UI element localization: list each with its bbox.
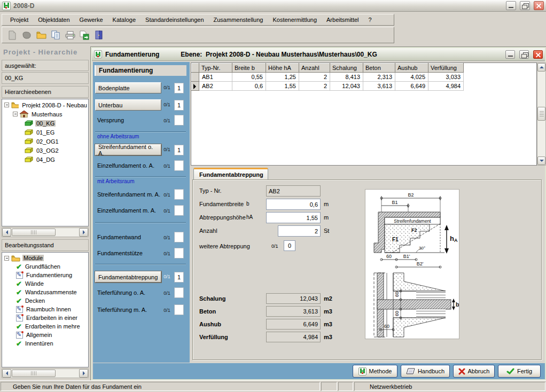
status-network: Netzwerkbetrieb — [370, 383, 412, 390]
module-item[interactable]: Erdarbeiten in einer — [2, 313, 88, 322]
nav-streifenfundament-oa[interactable]: Streifenfundament o. A. — [95, 144, 161, 155]
module-item[interactable]: Decken — [2, 296, 88, 305]
nav-count-streifenfundament-ma[interactable] — [174, 189, 184, 200]
nav-fundamentstuetze[interactable]: Fundamentstütze — [97, 250, 143, 256]
nav-count-unterbau[interactable]: 1 — [174, 100, 184, 111]
menu-objektdaten[interactable]: Objektdaten — [33, 15, 74, 25]
close-button[interactable] — [534, 1, 544, 10]
open-document-icon[interactable] — [21, 29, 33, 41]
menu-gewerke[interactable]: Gewerke — [75, 15, 108, 25]
nav-count-fundamentwand[interactable] — [174, 232, 184, 242]
nav-fundamentwand[interactable]: Fundamentwand — [97, 234, 141, 240]
module-restore-button[interactable] — [519, 50, 529, 59]
nav-unterbau[interactable]: Unterbau — [95, 99, 161, 111]
tree-node-module[interactable]: Module — [2, 254, 88, 262]
module-item[interactable]: Raumbuch Innen — [2, 305, 88, 313]
col-hoehe[interactable]: Höhe hA — [266, 64, 299, 73]
scroll-left-button[interactable] — [2, 228, 11, 237]
menu-kostenermittlung[interactable]: Kostenermittlung — [268, 15, 322, 25]
nav-einzelfundament-ma[interactable]: Einzelfundament m. A. — [97, 207, 156, 214]
module-item[interactable]: Wandzusammenste — [2, 288, 88, 296]
table-row-selected[interactable]: AB2 0,6 1,55 2 12,043 3,613 6,649 4,984 — [192, 82, 464, 91]
nav-count-fundamentabtreppung[interactable]: 1 — [174, 272, 184, 283]
exit-door-icon[interactable] — [93, 29, 105, 41]
module-close-button[interactable] — [533, 50, 543, 59]
weitere-input[interactable]: 0 — [284, 240, 295, 251]
nav-versprung[interactable]: Versprung — [97, 117, 124, 123]
anzahl-input[interactable]: 2 — [278, 225, 321, 237]
module-item[interactable]: Wände — [2, 279, 88, 288]
folder-icon — [11, 101, 19, 108]
collapse-icon[interactable] — [13, 112, 18, 116]
nav-streifenfundament-ma[interactable]: Streifenfundament m. A. — [97, 191, 160, 198]
col-aushub[interactable]: Aushub — [395, 64, 428, 73]
collapse-icon[interactable] — [4, 256, 9, 261]
tree-node-project[interactable]: Projekt 2008-D - Neubau — [2, 100, 88, 109]
open-folder-icon[interactable] — [35, 29, 47, 41]
scroll-right-button[interactable] — [79, 369, 88, 378]
col-beton[interactable]: Beton — [363, 64, 395, 73]
col-typ-nr[interactable]: Typ-Nr. — [199, 64, 232, 73]
tree-node-building[interactable]: Musterhaus — [2, 109, 88, 119]
tree-node-storey[interactable]: 01_EG — [2, 128, 88, 137]
module-minimize-button[interactable] — [505, 50, 515, 59]
tree-node-storey[interactable]: 02_OG1 — [2, 137, 88, 146]
nav-tieferfuehrung-oa[interactable]: Tieferführung o. A. — [97, 289, 145, 296]
module-item[interactable]: Innentüren — [2, 339, 88, 348]
menu-help[interactable]: ? — [364, 15, 377, 25]
minimize-button[interactable] — [506, 1, 516, 10]
module-item[interactable]: Fundamentierung — [2, 271, 88, 279]
tree-node-storey[interactable]: 03_OG2 — [2, 146, 88, 155]
nav-count-einzelfundament-ma[interactable] — [174, 205, 184, 216]
tree-node-storey[interactable]: 04_DG — [2, 155, 88, 164]
scroll-thumb[interactable] — [537, 107, 545, 121]
nav-count-streifenfundament-oa[interactable]: 1 — [174, 145, 184, 155]
cell: 2,313 — [363, 73, 395, 82]
methode-button[interactable]: Methode — [353, 365, 397, 378]
fertig-button[interactable]: Fertig — [498, 365, 541, 378]
table-row[interactable]: AB1 0,55 1,25 2 8,413 2,313 4,025 3,033 — [192, 73, 464, 82]
menu-arbeitsmittel[interactable]: Arbeitsmittel — [322, 15, 364, 25]
new-document-icon[interactable] — [6, 29, 18, 41]
menu-zusammenstellung[interactable]: Zusammenstellung — [209, 15, 268, 25]
nav-einzelfundament-oa[interactable]: Einzelfundament o. A. — [97, 162, 154, 169]
col-breite[interactable]: Breite b — [232, 64, 266, 73]
nav-count-fundamentstuetze[interactable] — [174, 248, 184, 258]
scroll-left-button[interactable] — [2, 369, 11, 378]
scroll-down-button[interactable] — [537, 156, 545, 165]
col-anzahl[interactable]: Anzahl — [299, 64, 330, 73]
menu-projekt[interactable]: Projekt — [5, 15, 33, 25]
handbuch-button[interactable]: Handbuch — [401, 365, 450, 378]
nav-count-einzelfundament-oa[interactable] — [174, 160, 184, 171]
menu-kataloge[interactable]: Kataloge — [108, 15, 141, 25]
nav-count-versprung[interactable] — [174, 115, 184, 126]
tree-node-storey[interactable]: 00_KG — [2, 119, 88, 128]
scroll-up-button[interactable] — [537, 63, 545, 72]
module-item[interactable]: Grundflächen — [2, 262, 88, 271]
col-schalung[interactable]: Schalung — [330, 64, 363, 73]
nav-count-bodenplatte[interactable]: 1 — [174, 83, 184, 93]
abbruch-button[interactable]: Abbruch — [453, 365, 495, 378]
menu-standardeinstellungen[interactable]: Standardeinstellungen — [141, 15, 208, 25]
export-icon[interactable] — [79, 29, 90, 41]
nav-bodenplatte[interactable]: Bodenplatte — [95, 82, 161, 93]
hoehe-input[interactable]: 1,55 — [266, 212, 321, 223]
nav-count-tieferfuehrung-ma[interactable] — [174, 304, 184, 315]
nav-fundamentabtreppung[interactable]: Fundamentabtreppung — [95, 271, 161, 283]
scroll-thumb[interactable] — [12, 370, 56, 377]
scroll-thumb[interactable] — [12, 229, 56, 236]
status-hscrollbar[interactable] — [2, 369, 89, 378]
tab-fundamentabtreppung[interactable]: Fundamentabtreppung — [193, 168, 268, 180]
collapse-icon[interactable] — [4, 103, 9, 107]
scroll-right-button[interactable] — [79, 228, 88, 237]
breite-input[interactable]: 0,6 — [266, 199, 321, 210]
hierarchy-hscrollbar[interactable] — [2, 228, 89, 237]
print-icon[interactable] — [64, 29, 76, 41]
module-item[interactable]: Allgemein — [2, 331, 88, 339]
module-item[interactable]: Erdarbeiten in mehre — [2, 322, 88, 331]
restore-button[interactable] — [520, 1, 530, 10]
copy-icon[interactable] — [50, 29, 61, 41]
nav-count-tieferfuehrung-oa[interactable] — [174, 287, 184, 298]
col-verfuellung[interactable]: Verfüllung — [428, 64, 464, 73]
nav-tieferfuehrung-ma[interactable]: Tieferführung m. A. — [97, 307, 147, 313]
